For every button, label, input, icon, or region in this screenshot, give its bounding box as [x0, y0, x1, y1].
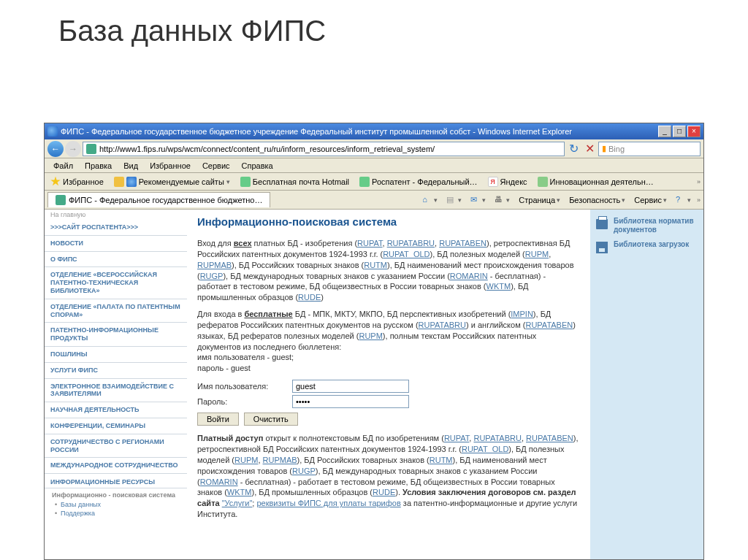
- link-rupataben2[interactable]: RUPATABEN: [525, 321, 573, 329]
- sidebar-item-services[interactable]: УСЛУГИ ФИПС: [45, 363, 187, 379]
- link-p-wktm[interactable]: WKTM: [227, 488, 252, 496]
- service-label: Сервис: [634, 196, 662, 204]
- feeds-button[interactable]: ▤▾: [443, 193, 465, 207]
- tab-fips[interactable]: ФИПС - Федеральное государственное бюдже…: [47, 192, 270, 207]
- link-p-rupat[interactable]: RUPAT: [444, 434, 469, 442]
- stop-button[interactable]: ✕: [582, 142, 597, 156]
- link-p-romarin[interactable]: ROMARIN: [200, 477, 238, 486]
- link-rekvizity[interactable]: реквизиты ФИПС для уплаты тарифов: [256, 499, 400, 507]
- star-icon: [50, 177, 61, 187]
- link-p-rugp[interactable]: RUGP: [292, 467, 316, 475]
- back-button[interactable]: ←: [47, 141, 64, 157]
- link-rupat[interactable]: RUPAT: [357, 239, 382, 248]
- forward-button[interactable]: →: [65, 141, 81, 157]
- sidebar-item-conferences[interactable]: КОНФЕРЕНЦИИ, СЕМИНАРЫ: [45, 418, 187, 434]
- link-rude[interactable]: RUDE: [298, 293, 321, 302]
- link-rugp[interactable]: RUGP: [200, 272, 224, 280]
- link-rupat-old[interactable]: RUPAT_OLD: [383, 250, 430, 258]
- menu-favorites[interactable]: Избранное: [144, 160, 196, 172]
- password-input[interactable]: [292, 395, 409, 408]
- link-p-rutm[interactable]: RUTM: [430, 456, 453, 464]
- menu-tools[interactable]: Сервис: [196, 160, 236, 172]
- refresh-button[interactable]: ↻: [566, 142, 581, 156]
- clear-button[interactable]: Очистить: [244, 413, 298, 426]
- sidebar-item-rospatent[interactable]: >>>САЙТ РОСПАТЕНТА>>>: [45, 220, 187, 236]
- link-rupataben[interactable]: RUPATABEN: [439, 239, 486, 248]
- link-p-rupat-old[interactable]: RUPAT_OLD: [462, 445, 508, 453]
- fav-link-label: Бесплатная почта Hotmail: [253, 177, 349, 186]
- minimize-button[interactable]: _: [658, 126, 671, 137]
- page-label: Страница: [519, 196, 555, 204]
- link-impin[interactable]: IMPIN: [511, 310, 533, 318]
- page-menu[interactable]: Страница▾: [516, 194, 563, 206]
- main-content: Информационно-поисковая система Вход для…: [187, 210, 590, 559]
- link-rupm2[interactable]: RUPM: [359, 331, 382, 340]
- address-bar: ← → http://www1.fips.ru/wps/wcm/connect/…: [45, 139, 703, 158]
- link-rupm[interactable]: RUPM: [525, 250, 549, 258]
- link-romarin[interactable]: ROMARIN: [450, 272, 488, 280]
- link-p-rupm[interactable]: RUPM: [234, 456, 258, 464]
- home-icon: ⌂: [422, 195, 432, 205]
- overflow-chevron[interactable]: »: [697, 178, 701, 185]
- intro-paid-db: Вход для всех платных БД - изобретения (…: [197, 238, 580, 303]
- maximize-button[interactable]: □: [673, 126, 686, 137]
- rb-norm-docs[interactable]: Библиотека норматив документов: [593, 214, 701, 237]
- service-menu[interactable]: Сервис▾: [631, 194, 670, 206]
- link-p-rupataben[interactable]: RUPATABEN: [526, 434, 573, 442]
- sidebar-item-disputes[interactable]: ОТДЕЛЕНИЕ «ПАЛАТА ПО ПАТЕНТНЫМ СПОРАМ»: [45, 299, 187, 323]
- fav-rospatent[interactable]: Роспатент - Федеральный…: [356, 175, 481, 188]
- tab-label: ФИПС - Федеральное государственное бюдже…: [69, 196, 262, 204]
- sidebar-item-fees[interactable]: ПОШЛИНЫ: [45, 347, 187, 363]
- username-input[interactable]: [292, 380, 409, 393]
- feed-icon: ▤: [446, 195, 457, 205]
- sidebar-link-databases[interactable]: Базы данных: [45, 500, 187, 509]
- fav-suggested[interactable]: Рекомендуемые сайты ▾: [111, 175, 233, 188]
- sidebar-item-science[interactable]: НАУЧНАЯ ДЕЯТЕЛЬНОСТЬ: [45, 402, 187, 418]
- sidebar-item-international[interactable]: МЕЖДУНАРОДНОЕ СОТРУДНИЧЕСТВО: [45, 458, 187, 474]
- sidebar-item-products[interactable]: ПАТЕНТНО-ИНФОРМАЦИОННЫЕ ПРОДУКТЫ: [45, 323, 187, 347]
- menu-edit[interactable]: Правка: [79, 160, 118, 172]
- search-input[interactable]: ▮ Bing: [598, 142, 701, 156]
- site-icon: [538, 177, 548, 187]
- url-input[interactable]: http://www1.fips.ru/wps/wcm/connect/cont…: [83, 142, 565, 156]
- link-p-rupmab[interactable]: RUPMAB: [263, 456, 297, 464]
- sidebar-item-einteraction[interactable]: ЭЛЕКТРОННОЕ ВЗАИМОДЕЙСТВИЕ С ЗАЯВИТЕЛЯМИ: [45, 379, 187, 403]
- link-p-rupatabru[interactable]: RUPATABRU: [473, 434, 521, 442]
- overflow-chevron[interactable]: »: [697, 196, 701, 204]
- close-button[interactable]: ×: [687, 126, 701, 137]
- link-rupmab[interactable]: RUPMAB: [197, 261, 232, 269]
- link-uslugi[interactable]: "Услуги": [222, 499, 253, 507]
- sidebar-item-about[interactable]: О ФИПС: [45, 252, 187, 268]
- sidebar-home-link[interactable]: На главную: [45, 210, 187, 220]
- rb-label: Библиотека загрузок: [614, 240, 689, 249]
- menu-help[interactable]: Справка: [236, 160, 279, 172]
- sidebar-item-library[interactable]: ОТДЕЛЕНИЕ «ВСЕРОССИЙСКАЯ ПАТЕНТНО-ТЕХНИЧ…: [45, 267, 187, 299]
- login-button[interactable]: Войти: [197, 413, 239, 426]
- link-p-rude[interactable]: RUDE: [373, 488, 395, 496]
- print-button[interactable]: 🖶▾: [492, 193, 513, 207]
- home-button[interactable]: ⌂▾: [419, 193, 440, 207]
- link-wktm[interactable]: WKTM: [486, 282, 511, 291]
- fav-yandex[interactable]: Я Яндекс: [485, 175, 530, 188]
- rb-downloads[interactable]: Библиотека загрузок: [593, 237, 701, 258]
- link-rupatabru2[interactable]: RUPATABRU: [419, 321, 466, 329]
- sidebar-item-regions[interactable]: СОТРУДНИЧЕСТВО С РЕГИОНАМИ РОССИИ: [45, 434, 187, 459]
- safety-menu[interactable]: Безопасность▾: [566, 194, 628, 206]
- help-button[interactable]: ?▾: [673, 193, 694, 207]
- bing-icon: ▮: [602, 144, 606, 153]
- site-icon: [240, 177, 251, 187]
- link-rutm[interactable]: RUTM: [364, 261, 387, 269]
- page-heading: Информационно-поисковая система: [197, 215, 580, 228]
- link-rupatabru[interactable]: RUPATABRU: [387, 239, 435, 248]
- fav-innovation[interactable]: Инновационная деятельн…: [535, 175, 657, 188]
- menu-view[interactable]: Вид: [118, 160, 144, 172]
- sidebar-item-news[interactable]: НОВОСТИ: [45, 236, 187, 252]
- fav-hotmail[interactable]: Бесплатная почта Hotmail: [237, 175, 352, 188]
- mail-button[interactable]: ✉▾: [468, 193, 489, 207]
- menu-file[interactable]: Файл: [47, 160, 79, 172]
- left-sidebar: На главную >>>САЙТ РОСПАТЕНТА>>> НОВОСТИ…: [45, 210, 187, 559]
- sidebar-active-search[interactable]: Информационно - поисковая система: [45, 488, 187, 500]
- sidebar-link-support[interactable]: Поддержка: [45, 509, 187, 518]
- favorites-button[interactable]: Избранное: [47, 175, 107, 188]
- window-title: ФИПС - Федеральное государственное бюдже…: [61, 127, 658, 136]
